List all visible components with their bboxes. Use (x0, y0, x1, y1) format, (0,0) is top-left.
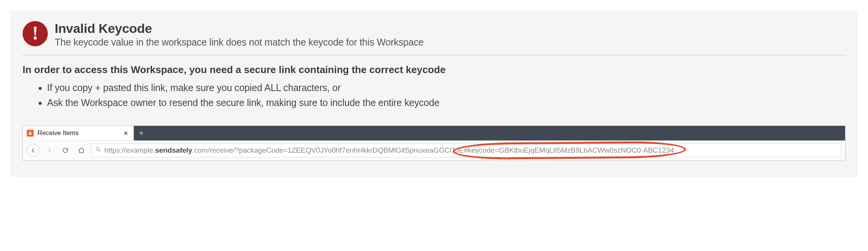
instructions-item: Ask the Workspace owner to resend the se… (47, 95, 845, 110)
address-bar[interactable]: https://example.sendsafely.com/receive/?… (91, 143, 841, 157)
error-panel: ! Invalid Keycode The keycode value in t… (11, 11, 857, 176)
tab-title: Receive Items (37, 129, 120, 137)
url-text: https://example.sendsafely.com/receive/?… (104, 146, 674, 155)
close-icon[interactable]: × (124, 129, 128, 137)
home-button[interactable] (75, 144, 88, 157)
forward-button[interactable] (43, 144, 56, 157)
instructions-lead: In order to access this Workspace, you n… (23, 64, 845, 76)
url-mid: .com/receive/?packageCode=1ZEEQV0JYo0hf7… (192, 146, 464, 154)
svg-point-0 (96, 148, 99, 151)
lock-icon (27, 130, 34, 137)
url-domain-bold: sendsafely (155, 146, 192, 154)
url-prefix: https://example. (104, 146, 155, 154)
browser-tabbar: Receive Items × + (23, 126, 845, 140)
alert-subtitle: The keycode value in the workspace link … (55, 37, 424, 48)
browser-toolbar: https://example.sendsafely.com/receive/?… (23, 140, 845, 160)
alert-title: Invalid Keycode (55, 21, 424, 36)
browser-mockup: Receive Items × + (23, 126, 845, 161)
search-icon (95, 147, 101, 154)
new-tab-button[interactable]: + (134, 126, 149, 140)
url-keycode: #keycode=GBKtbuEjqEMqLtI5MzB9LbACWw0szNO… (464, 146, 674, 154)
alert-header: ! Invalid Keycode The keycode value in t… (23, 21, 845, 55)
back-button[interactable] (27, 144, 40, 157)
instructions-item: If you copy + pasted this link, make sur… (47, 80, 845, 95)
instructions: In order to access this Workspace, you n… (23, 64, 845, 110)
reload-button[interactable] (59, 144, 72, 157)
exclamation-icon: ! (23, 21, 48, 46)
browser-tab[interactable]: Receive Items × (23, 126, 134, 140)
